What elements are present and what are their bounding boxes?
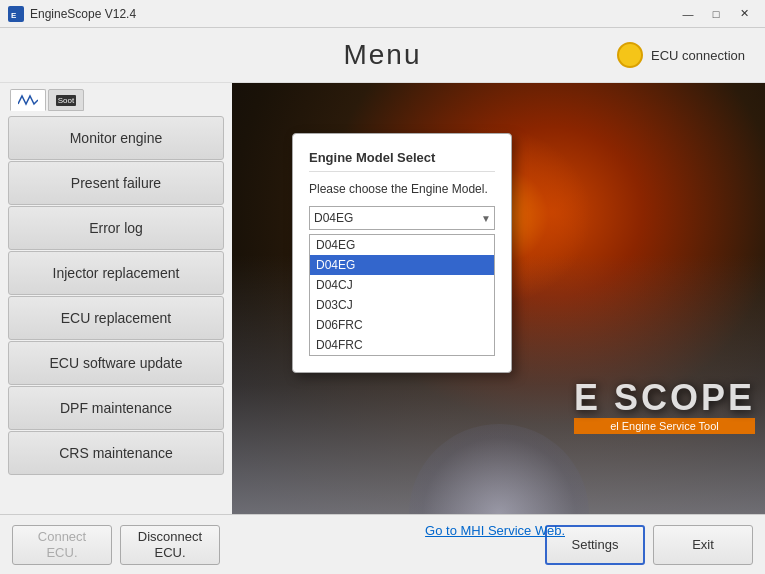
dropdown-item-d04eg-1[interactable]: D04EG <box>310 235 494 255</box>
ecu-connection-indicator: ECU connection <box>617 42 745 68</box>
dialog-title: Engine Model Select <box>309 150 495 172</box>
footer: ConnectECU. DisconnectECU. Go to MHI Ser… <box>0 514 765 574</box>
scope-text-overlay: E SCOPE el Engine Service Tool <box>574 380 755 434</box>
dropdown-item-d04cj[interactable]: D04CJ <box>310 275 494 295</box>
connect-ecu-button[interactable]: ConnectECU. <box>12 525 112 565</box>
ecu-software-update-button[interactable]: ECU software update <box>8 341 224 385</box>
error-log-button[interactable]: Error log <box>8 206 224 250</box>
dropdown-item-d06frc[interactable]: D06FRC <box>310 315 494 335</box>
engine-model-select-wrapper: D04EG ▼ <box>309 206 495 230</box>
footer-buttons: ConnectECU. DisconnectECU. Go to MHI Ser… <box>12 525 753 565</box>
page-title: Menu <box>343 39 421 71</box>
ecu-connection-label: ECU connection <box>651 48 745 63</box>
app-header: Menu ECU connection <box>0 28 765 83</box>
injector-replacement-button[interactable]: Injector replacement <box>8 251 224 295</box>
wave-icon <box>18 94 38 106</box>
scope-brand-text: E SCOPE <box>574 380 755 416</box>
app-icon: E <box>8 6 24 22</box>
close-button[interactable]: ✕ <box>731 4 757 24</box>
connect-ecu-label: ConnectECU. <box>38 529 86 560</box>
engine-image-area: E SCOPE el Engine Service Tool Engine Mo… <box>232 83 765 514</box>
scope-subtitle: el Engine Service Tool <box>574 418 755 434</box>
dropdown-item-d04eg-2[interactable]: D04EG <box>310 255 494 275</box>
dropdown-item-d04frc[interactable]: D04FRC <box>310 335 494 355</box>
present-failure-button[interactable]: Present failure <box>8 161 224 205</box>
svg-text:E: E <box>11 11 17 20</box>
ecu-replacement-button[interactable]: ECU replacement <box>8 296 224 340</box>
settings-label: Settings <box>572 537 619 553</box>
window-controls: — □ ✕ <box>675 4 757 24</box>
disconnect-ecu-label: DisconnectECU. <box>138 529 202 560</box>
ecu-status-light <box>617 42 643 68</box>
sidebar-tabs: Soot <box>8 89 224 111</box>
dpf-maintenance-button[interactable]: DPF maintenance <box>8 386 224 430</box>
engine-model-dialog: Engine Model Select Please choose the En… <box>292 133 512 373</box>
tab-wave[interactable] <box>10 89 46 111</box>
crs-maintenance-button[interactable]: CRS maintenance <box>8 431 224 475</box>
minimize-button[interactable]: — <box>675 4 701 24</box>
main-content: Soot Monitor engine Present failure Erro… <box>0 83 765 514</box>
dropdown-item-d03cj[interactable]: D03CJ <box>310 295 494 315</box>
app-title: EngineScope V12.4 <box>30 7 675 21</box>
engine-model-select[interactable]: D04EG <box>309 206 495 230</box>
sidebar: Soot Monitor engine Present failure Erro… <box>0 83 232 514</box>
soot-label: Soot <box>56 95 76 106</box>
exit-label: Exit <box>692 537 714 553</box>
mhi-service-link[interactable]: Go to MHI Service Web. <box>425 523 565 538</box>
exit-button[interactable]: Exit <box>653 525 753 565</box>
dropdown-list: D04EG D04EG D04CJ D03CJ D06FRC D04FRC <box>309 234 495 356</box>
dialog-prompt: Please choose the Engine Model. <box>309 182 495 196</box>
maximize-button[interactable]: □ <box>703 4 729 24</box>
tab-soot[interactable]: Soot <box>48 89 84 111</box>
monitor-engine-button[interactable]: Monitor engine <box>8 116 224 160</box>
titlebar: E EngineScope V12.4 — □ ✕ <box>0 0 765 28</box>
disconnect-ecu-button[interactable]: DisconnectECU. <box>120 525 220 565</box>
